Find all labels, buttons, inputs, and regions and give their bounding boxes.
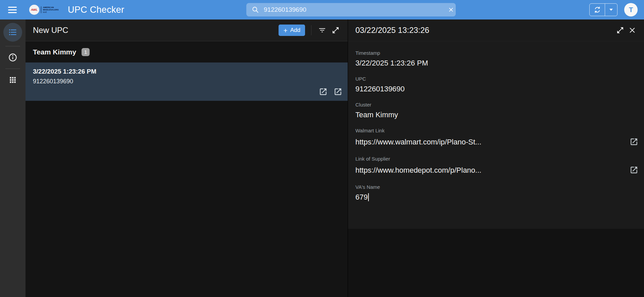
detail-content: Timestamp 3/22/2025 1:23:26 PM UPC 91226… xyxy=(348,41,644,229)
avatar[interactable]: T xyxy=(624,3,638,16)
group-header[interactable]: Team Kimmy 1 xyxy=(26,41,348,62)
sync-icon[interactable] xyxy=(590,4,605,16)
open-walmart-link-icon[interactable] xyxy=(629,136,639,147)
field-value: Team Kimmy xyxy=(355,111,641,119)
expand-icon xyxy=(332,26,340,34)
detail-panel: 03/22/2025 13:23:26 Timestamp 3/22/2025 … xyxy=(348,19,644,297)
main-area: New UPC + Add Team Kimmy 1 3/22/2025 xyxy=(0,19,644,297)
add-button-label: Add xyxy=(290,27,300,34)
field-label: Walmart Link xyxy=(355,128,641,133)
add-button[interactable]: + Add xyxy=(279,25,305,36)
field-cluster: Cluster Team Kimmy xyxy=(355,102,641,119)
va-name-input[interactable]: 679 xyxy=(355,193,641,201)
list-panel-header: New UPC + Add xyxy=(26,19,348,41)
list-icon xyxy=(8,28,17,37)
topbar-actions: T xyxy=(589,3,638,16)
field-value: 3/22/2025 1:23:26 PM xyxy=(355,59,641,67)
filter-icon xyxy=(318,26,326,34)
group-name: Team Kimmy xyxy=(33,48,76,56)
search-box xyxy=(246,3,456,16)
field-walmart-link: Walmart Link https://www.walmart.com/ip/… xyxy=(355,128,641,147)
open-supplier-link-icon[interactable] xyxy=(333,87,343,97)
field-timestamp: Timestamp 3/22/2025 1:23:26 PM xyxy=(355,50,641,67)
item-actions xyxy=(318,87,343,97)
field-label: VA's Name xyxy=(355,184,641,190)
logo-emblem: AWL xyxy=(29,5,39,15)
header-divider xyxy=(311,25,311,35)
top-bar: AWL AMERICAN WHOLESALERS LLC UPC Checker xyxy=(0,0,644,19)
sidebar-divider xyxy=(5,69,20,69)
item-upc: 912260139690 xyxy=(33,78,340,85)
detail-title: 03/22/2025 13:23:26 xyxy=(355,26,614,35)
field-label: UPC xyxy=(355,76,641,82)
logo-text: AMERICAN WHOLESALERS LLC xyxy=(43,6,62,13)
sidebar-item-apps[interactable] xyxy=(6,73,19,87)
field-value: 912260139690 xyxy=(355,85,641,93)
text-cursor xyxy=(368,193,369,201)
supplier-link-value[interactable]: https://www.homedepot.com/p/Plano... xyxy=(355,166,629,174)
field-label: Cluster xyxy=(355,102,641,108)
app-title: UPC Checker xyxy=(68,5,124,15)
field-label: Timestamp xyxy=(355,50,641,56)
expand-list-button[interactable] xyxy=(329,24,342,37)
item-timestamp: 3/22/2025 1:23:26 PM xyxy=(33,68,340,75)
search-icon xyxy=(252,6,259,13)
close-icon xyxy=(628,26,637,35)
app-logo: AWL AMERICAN WHOLESALERS LLC xyxy=(29,5,62,15)
plus-icon: + xyxy=(283,27,287,34)
group-count-badge: 1 xyxy=(82,48,90,56)
info-icon xyxy=(8,53,17,62)
search-input[interactable] xyxy=(259,6,442,13)
field-label: Link of Supplier xyxy=(355,156,641,162)
sidebar-divider xyxy=(5,46,20,46)
logo-separator xyxy=(41,6,41,13)
page-title: New UPC xyxy=(33,26,279,35)
sync-split-button xyxy=(589,3,617,16)
expand-detail-button[interactable] xyxy=(614,24,626,36)
detail-panel-header: 03/22/2025 13:23:26 xyxy=(348,19,644,41)
list-panel: New UPC + Add Team Kimmy 1 3/22/2025 xyxy=(26,19,348,297)
close-detail-button[interactable] xyxy=(626,24,638,36)
field-va-name: VA's Name 679 xyxy=(355,184,641,201)
sidebar-item-list[interactable] xyxy=(3,23,22,42)
open-supplier-link-icon[interactable] xyxy=(629,165,639,175)
field-upc: UPC 912260139690 xyxy=(355,76,641,93)
field-supplier-link: Link of Supplier https://www.homedepot.c… xyxy=(355,156,641,175)
open-walmart-link-icon[interactable] xyxy=(318,87,328,97)
sync-dropdown-icon[interactable] xyxy=(605,4,617,16)
menu-icon[interactable] xyxy=(8,7,17,13)
list-item[interactable]: 3/22/2025 1:23:26 PM 912260139690 xyxy=(26,62,348,101)
clear-search-icon[interactable] xyxy=(442,4,454,16)
expand-icon xyxy=(616,26,624,34)
sidebar xyxy=(0,19,26,297)
sidebar-item-info[interactable] xyxy=(6,51,19,64)
apps-grid-icon xyxy=(8,76,17,84)
filter-button[interactable] xyxy=(315,24,329,37)
walmart-link-value[interactable]: https://www.walmart.com/ip/Plano-St... xyxy=(355,138,629,146)
